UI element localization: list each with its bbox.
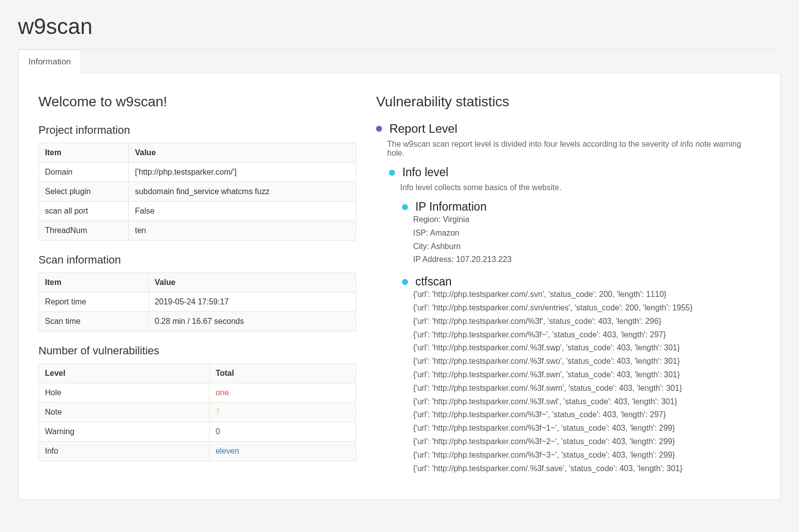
bullet-icon <box>402 279 408 285</box>
tab-information[interactable]: Information <box>18 49 81 74</box>
project-info-table: Item Value Domain['http://php.testsparke… <box>38 143 356 241</box>
ctfscan-line: {'url': 'http://php.testsparker.com/%3f~… <box>413 422 761 435</box>
ip-info-line: ISP: Amazon <box>413 227 761 240</box>
ip-info-line: City: Ashburn <box>413 241 761 253</box>
table-row: scan all portFalse <box>39 202 356 221</box>
ip-info-body: Region: VirginiaISP: AmazonCity: Ashburn… <box>413 214 761 266</box>
project-info-heading: Project information <box>38 124 356 137</box>
cell-value: False <box>129 202 356 221</box>
cell-total: 0 <box>209 422 356 442</box>
cell-value: subdomain find_service whatcms fuzz <box>129 182 356 202</box>
cell-item: Scan time <box>39 312 149 331</box>
welcome-heading: Welcome to w9scan! <box>38 94 356 110</box>
cell-item: Domain <box>39 163 129 182</box>
scan-th-item: Item <box>39 273 149 292</box>
cell-level: Info <box>39 442 210 461</box>
ctfscan-line: {'url': 'http://php.testsparker.com/%3f~… <box>413 436 761 448</box>
cell-total: one <box>209 383 356 403</box>
table-row: Infoeleven <box>39 442 356 461</box>
table-row: Warning0 <box>39 422 356 442</box>
info-level-title: Info level <box>402 166 448 179</box>
vuln-th-total: Total <box>209 364 356 383</box>
ctfscan-line: {'url': 'http://php.testsparker.com/.svn… <box>413 302 761 314</box>
table-row: Scan time0.28 min / 16.67 seconds <box>39 312 356 331</box>
vuln-stats-heading: Vulnerability statistics <box>376 94 761 110</box>
cell-level: Hole <box>39 383 210 403</box>
ctfscan-body: {'url': 'http://php.testsparker.com/.svn… <box>413 288 761 475</box>
ctfscan-line: {'url': 'http://php.testsparker.com/.%3f… <box>413 463 761 475</box>
cell-value: ten <box>129 221 356 241</box>
ctfscan-line: {'url': 'http://php.testsparker.com/.%3f… <box>413 382 761 395</box>
panel-information: Welcome to w9scan! Project information I… <box>18 74 781 500</box>
cell-level: Note <box>39 403 210 422</box>
bullet-icon <box>376 126 382 132</box>
cell-item: scan all port <box>39 202 129 221</box>
ctfscan-line: {'url': 'http://php.testsparker.com/.%3f… <box>413 342 761 354</box>
ctfscan-line: {'url': 'http://php.testsparker.com/%3f~… <box>413 449 761 462</box>
ctfscan-line: {'url': 'http://php.testsparker.com/%3f~… <box>413 409 761 421</box>
cell-value: 0.28 min / 16.67 seconds <box>148 312 356 331</box>
table-row: Select pluginsubdomain find_service what… <box>39 182 356 202</box>
cell-item: Report time <box>39 292 149 312</box>
ctfscan-title: ctfscan <box>415 275 452 288</box>
vuln-th-level: Level <box>39 364 210 383</box>
report-level-title: Report Level <box>390 122 457 135</box>
project-th-item: Item <box>39 143 129 163</box>
ctfscan-line: {'url': 'http://php.testsparker.com/.%3f… <box>413 369 761 381</box>
table-row: Holeone <box>39 383 356 403</box>
ctfscan-line: {'url': 'http://php.testsparker.com/%3f~… <box>413 329 761 341</box>
ip-info-line: Region: Virginia <box>413 214 761 226</box>
cell-level: Warning <box>39 422 210 442</box>
ctfscan-line: {'url': 'http://php.testsparker.com/%3f'… <box>413 315 761 328</box>
table-row: ThreadNumten <box>39 221 356 241</box>
tab-strip: Information <box>18 49 781 74</box>
bullet-icon <box>389 170 395 176</box>
vuln-count-table: Level Total HoleoneNote7Warning0Infoelev… <box>38 363 356 461</box>
scan-info-table: Item Value Report time2019-05-24 17:59:1… <box>38 272 356 331</box>
info-level-desc: Info level collects some basics of the w… <box>400 183 761 192</box>
table-row: Report time2019-05-24 17:59:17 <box>39 292 356 312</box>
app-title: w9scan <box>18 14 781 39</box>
cell-item: Select plugin <box>39 182 129 202</box>
report-level-desc: The w9scan scan report level is divided … <box>387 140 761 158</box>
scan-info-heading: Scan information <box>38 254 356 266</box>
cell-value: 2019-05-24 17:59:17 <box>148 292 356 312</box>
ctfscan-line: {'url': 'http://php.testsparker.com/.%3f… <box>413 355 761 368</box>
ip-info-line: IP Address: 107.20.213.223 <box>413 254 761 266</box>
vuln-count-heading: Number of vulnerabilities <box>38 344 356 357</box>
ctfscan-line: {'url': 'http://php.testsparker.com/.svn… <box>413 288 761 301</box>
cell-item: ThreadNum <box>39 221 129 241</box>
cell-total: 7 <box>209 403 356 422</box>
table-row: Note7 <box>39 403 356 422</box>
project-th-value: Value <box>129 143 356 163</box>
ctfscan-line: {'url': 'http://php.testsparker.com/.%3f… <box>413 396 761 408</box>
table-row: Domain['http://php.testsparker.com/'] <box>39 163 356 182</box>
bullet-icon <box>402 204 408 210</box>
cell-value: ['http://php.testsparker.com/'] <box>129 163 356 182</box>
ip-info-title: IP Information <box>415 200 487 213</box>
scan-th-value: Value <box>148 273 356 292</box>
cell-total: eleven <box>209 442 356 461</box>
